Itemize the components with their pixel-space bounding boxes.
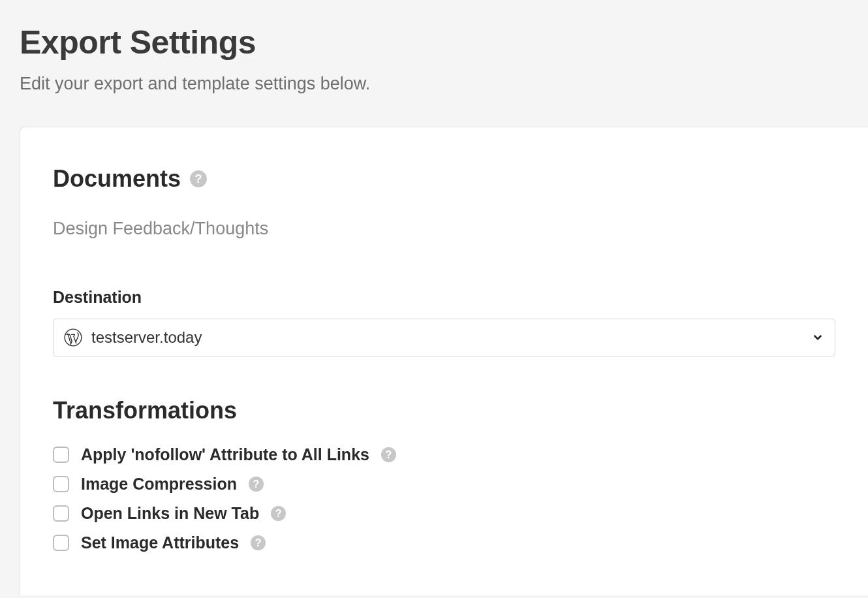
document-name: Design Feedback/Thoughts (53, 219, 835, 239)
checkbox-label[interactable]: Image Compression (81, 475, 237, 494)
checkbox-label[interactable]: Apply 'nofollow' Attribute to All Links (81, 445, 369, 464)
destination-field: Destination testserver.today (53, 288, 835, 356)
help-icon[interactable]: ? (381, 447, 396, 462)
checkbox-label[interactable]: Open Links in New Tab (81, 504, 259, 523)
checkbox-row-image-attributes: Set Image Attributes ? (53, 533, 835, 552)
svg-point-0 (65, 329, 82, 346)
wordpress-icon (64, 328, 82, 347)
checkbox-image-compression[interactable] (53, 476, 69, 492)
help-icon[interactable]: ? (251, 535, 266, 550)
destination-label: Destination (53, 288, 835, 307)
page-title: Export Settings (20, 25, 848, 61)
destination-select-wrap: testserver.today (53, 319, 835, 356)
transformations-list: Apply 'nofollow' Attribute to All Links … (53, 445, 835, 552)
page-header: Export Settings Edit your export and tem… (0, 0, 868, 114)
checkbox-label[interactable]: Set Image Attributes (81, 533, 239, 552)
destination-select[interactable]: testserver.today (53, 319, 835, 356)
checkbox-row-nofollow: Apply 'nofollow' Attribute to All Links … (53, 445, 835, 464)
documents-header: Documents ? (53, 165, 835, 193)
transformations-heading: Transformations (53, 397, 835, 424)
help-icon[interactable]: ? (249, 477, 264, 492)
checkbox-row-open-new-tab: Open Links in New Tab ? (53, 504, 835, 523)
checkbox-row-image-compression: Image Compression ? (53, 475, 835, 494)
help-icon[interactable]: ? (271, 506, 286, 521)
settings-panel: Documents ? Design Feedback/Thoughts Des… (20, 127, 868, 595)
documents-heading: Documents (53, 165, 181, 193)
destination-selected-value: testserver.today (91, 328, 202, 347)
checkbox-image-attributes[interactable] (53, 535, 69, 551)
transformations-section: Transformations Apply 'nofollow' Attribu… (53, 397, 835, 552)
page-subtitle: Edit your export and template settings b… (20, 74, 848, 94)
checkbox-open-new-tab[interactable] (53, 505, 69, 522)
help-icon[interactable]: ? (190, 170, 207, 187)
checkbox-nofollow[interactable] (53, 447, 69, 463)
